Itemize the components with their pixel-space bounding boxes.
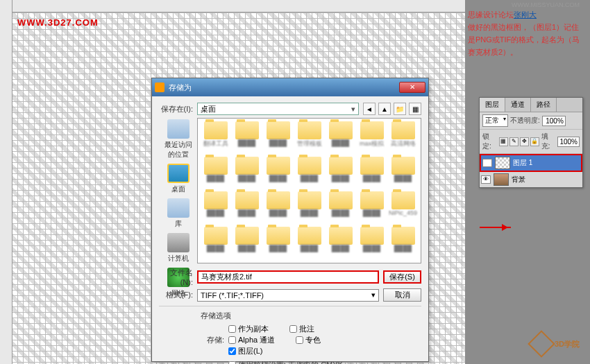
- side-area: WWW.MISSYUAN.COM 思缘设计论坛张刚大 做好的黑边框图，（图层1）…: [465, 0, 590, 364]
- chk-copy[interactable]: 作为副本: [228, 324, 269, 334]
- tab-channels[interactable]: 通道: [505, 98, 531, 112]
- visibility-icon[interactable]: 👁: [481, 175, 491, 184]
- ruler-vertical: [0, 0, 12, 364]
- app-icon: [155, 83, 165, 92]
- annotation-arrow: [480, 227, 511, 228]
- savein-combo[interactable]: 桌面: [197, 103, 359, 115]
- folder-item[interactable]: ████: [357, 227, 387, 261]
- save-as-dialog: 存储为 ✕ 保存在(I): 桌面 ◄ ▲ 📁 ▦ 最近访问的位置 桌面 库 计算…: [151, 78, 429, 362]
- folder-item[interactable]: ████: [201, 191, 230, 225]
- folder-item[interactable]: ████: [326, 191, 355, 225]
- folder-item[interactable]: ████: [388, 157, 418, 191]
- layer-thumb: [495, 157, 510, 169]
- tab-layers[interactable]: 图层: [480, 98, 505, 112]
- chk-proof[interactable]: 使用校样设置: 工作中的 CMYK: [228, 360, 343, 364]
- chk-layers[interactable]: 图层(L): [228, 346, 262, 356]
- place-recent[interactable]: 最近访问的位置: [162, 119, 195, 159]
- filename-input[interactable]: 马赛克材质2.tif: [197, 270, 379, 284]
- watermark-main: WWW.3D27.COM: [17, 17, 99, 28]
- folder-item[interactable]: ████: [232, 191, 262, 225]
- place-desktop[interactable]: 桌面: [162, 164, 195, 194]
- cancel-button[interactable]: 取消: [383, 288, 421, 302]
- folder-item[interactable]: ████: [326, 121, 355, 155]
- folder-item[interactable]: ████: [232, 121, 262, 155]
- folder-item[interactable]: ████: [201, 157, 230, 191]
- dialog-title: 存储为: [169, 83, 399, 93]
- layer-item-1[interactable]: 👁 图层 1: [480, 154, 582, 172]
- up-icon[interactable]: ▲: [378, 103, 391, 115]
- folder-item[interactable]: ████: [263, 191, 293, 225]
- toolbar-icons: ◄ ▲ 📁 ▦: [363, 103, 421, 115]
- fill-input[interactable]: 100%: [557, 137, 580, 147]
- ruler-horizontal: [0, 0, 465, 12]
- folder-item[interactable]: ████: [294, 157, 324, 191]
- folder-item[interactable]: ████: [357, 191, 387, 225]
- chk-alpha[interactable]: Alpha 通道: [228, 335, 275, 345]
- folder-item[interactable]: ████: [232, 227, 262, 261]
- lock-label: 锁定:: [482, 132, 497, 151]
- folder-item[interactable]: NiPic_459: [388, 191, 418, 225]
- save-button[interactable]: 保存(S): [383, 270, 421, 284]
- format-combo[interactable]: TIFF (*.TIF;*.TIFF): [197, 289, 379, 302]
- lock-paint-icon[interactable]: ✎: [509, 137, 519, 146]
- folder-item[interactable]: ████: [232, 157, 262, 191]
- layers-panel: 图层 通道 路径 正常 不透明度: 100% 锁定: ▦ ✎ ✥ 🔒 填充: 1…: [479, 97, 583, 188]
- folder-item[interactable]: ████: [263, 157, 293, 191]
- opacity-input[interactable]: 100%: [542, 116, 566, 126]
- folder-item[interactable]: ████: [388, 227, 418, 261]
- dialog-titlebar[interactable]: 存储为 ✕: [152, 78, 428, 96]
- close-button[interactable]: ✕: [399, 82, 425, 93]
- savein-label: 保存在(I):: [159, 104, 197, 114]
- lock-transparent-icon[interactable]: ▦: [499, 137, 508, 146]
- chk-spot[interactable]: 专色: [296, 335, 321, 345]
- folder-item[interactable]: 翻译工具: [201, 121, 230, 155]
- folder-item[interactable]: ████: [357, 157, 387, 191]
- save-options-label: 存储:: [201, 335, 228, 345]
- folder-item[interactable]: 高清网络大图: [388, 121, 418, 155]
- visibility-icon[interactable]: 👁: [482, 159, 492, 167]
- fill-label: 填充:: [541, 132, 556, 151]
- options-title: 存储选项: [201, 311, 421, 321]
- format-label: 格式(F):: [159, 290, 197, 300]
- folder-item[interactable]: max模拟: [357, 121, 387, 155]
- chk-notes[interactable]: 批注: [289, 324, 314, 334]
- folder-item[interactable]: ████: [294, 191, 324, 225]
- place-library[interactable]: 库: [162, 198, 195, 229]
- opacity-label: 不透明度:: [510, 116, 540, 125]
- folder-item[interactable]: ████: [263, 227, 293, 261]
- back-icon[interactable]: ◄: [363, 103, 376, 115]
- annotation-text: 思缘设计论坛张刚大 做好的黑边框图，（图层1）记住是PNG或TIF的格式，起名为…: [468, 8, 586, 58]
- filename-label: 文件名(N):: [159, 268, 197, 286]
- layer-thumb: [494, 173, 509, 186]
- folder-item[interactable]: 管理模板文件: [294, 121, 324, 155]
- folder-item[interactable]: ████: [294, 227, 324, 261]
- watermark-side: WWW.MISSYUAN.COM: [512, 1, 580, 8]
- folder-item[interactable]: ████: [326, 157, 355, 191]
- view-icon[interactable]: ▦: [409, 103, 421, 115]
- lock-all-icon[interactable]: 🔒: [530, 137, 539, 146]
- folder-item[interactable]: ████: [326, 227, 355, 261]
- folder-item[interactable]: ████: [201, 227, 230, 261]
- places-bar: 最近访问的位置 桌面 库 计算机 网络: [159, 118, 197, 263]
- layer-item-bg[interactable]: 👁 背景: [480, 172, 582, 187]
- folder-item[interactable]: ████: [263, 121, 293, 155]
- file-list[interactable]: 翻译工具████████管理模板文件████max模拟高清网络大图███████…: [197, 118, 421, 263]
- place-computer[interactable]: 计算机: [162, 233, 195, 263]
- blend-mode[interactable]: 正常: [482, 114, 508, 127]
- lock-move-icon[interactable]: ✥: [520, 137, 529, 146]
- logo-3d: 3D学院: [532, 334, 580, 354]
- tab-paths[interactable]: 路径: [531, 98, 557, 112]
- newfolder-icon[interactable]: 📁: [394, 103, 406, 115]
